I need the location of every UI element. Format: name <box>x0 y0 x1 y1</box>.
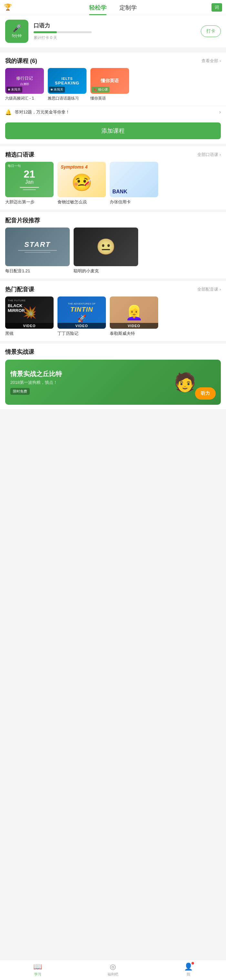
scene-banner-title: 情景实战之丘比特 <box>10 370 174 378</box>
bank-thumb: BANK <box>110 162 158 197</box>
progress-bar-fill <box>34 31 57 33</box>
add-course-section: 添加课程 <box>0 119 226 144</box>
promo-text: 答对12题，万元奖金等你拿！ <box>15 109 216 115</box>
checkin-button[interactable]: 打卡 <box>201 25 221 37</box>
scene-free-badge: 限时免费 <box>10 388 30 395</box>
header: 🏆 轻松学 定制学 词 <box>0 0 226 15</box>
tab-custom-learn[interactable]: 定制学 <box>119 4 137 15</box>
hot-dubbing-thumb-1: THE FUTURE BLACKMIRROR 💥 VIDEO <box>5 296 54 329</box>
course-status-1: 未闯关 <box>6 87 22 92</box>
hot-dubbing-name-3: 泰勒斯威夫特 <box>110 331 158 336</box>
dubbing-section: 配音片段推荐 START 每日配音1.21 <box>0 212 226 278</box>
hot-dubbing-name-1: 黑镜 <box>5 331 54 336</box>
speaking-course-thumb-2: Symptoms 4 🤒 <box>58 162 106 197</box>
dubbing-scroll: START 每日配音1.21 😐 聪明的小麦克 <box>5 228 221 278</box>
promo-icon: 🔔 <box>5 109 11 115</box>
speaking-courses-link[interactable]: 全部口语课 <box>197 152 221 158</box>
symptoms-thumb: Symptoms 4 🤒 <box>58 162 106 197</box>
dubbing-name-1: 每日配音1.21 <box>5 268 70 274</box>
dubbing-thumb-2: 😐 <box>74 228 138 266</box>
course-thumb-3: 懂你英语 🔖 核心课 <box>90 68 129 94</box>
hot-dubbing-header: 热门配音课 全部配音课 <box>5 286 221 296</box>
dubbing-item[interactable]: START 每日配音1.21 <box>5 228 70 274</box>
status-dot <box>51 89 53 91</box>
divider-4 <box>0 278 226 281</box>
my-courses-header: 我的课程 (6) 查看全部 <box>0 52 226 68</box>
scene-text-block: 情景实战之丘比特 2018第一波狗粮，慎点！ 限时免费 <box>10 370 174 395</box>
hot-dubbing-item[interactable]: THE FUTURE BLACKMIRROR 💥 VIDEO 黑镜 <box>5 296 54 336</box>
speaking-course-thumb-1: 每日一句 21 Jan <box>5 162 54 197</box>
dubbing-thumb-1: START <box>5 228 70 266</box>
scene-section-header: 情景实战课 <box>5 348 221 360</box>
divider-2 <box>0 144 226 146</box>
divider-5 <box>0 341 226 344</box>
checkin-text: 累计打卡 0 天 <box>34 35 196 41</box>
video-badge-2: VIDEO <box>58 323 106 329</box>
date-thumb: 每日一句 21 Jan <box>5 162 54 197</box>
course-status-2: 未闯关 <box>49 87 65 92</box>
hot-dubbing-link[interactable]: 全部配音课 <box>197 286 221 292</box>
course-name-2: 雅思口语话题练习 <box>48 96 87 101</box>
promo-arrow-icon: › <box>219 109 221 115</box>
course-thumb-2: IELTS SPEAKING 未闯关 <box>48 68 87 94</box>
divider-1 <box>0 50 226 52</box>
speaking-card: 🎤 5分钟 口语力 累计打卡 0 天 打卡 <box>0 15 226 48</box>
hot-dubbing-section: 热门配音课 全部配音课 THE FUTURE BLACKMIRROR 💥 VID… <box>0 281 226 341</box>
status-dot <box>8 89 10 91</box>
hot-dubbing-thumb-3: 👱‍♀️ VIDEO <box>110 296 158 329</box>
speaking-courses-header: 精选口语课 全部口语课 <box>5 151 221 162</box>
video-badge-3: VIDEO <box>110 323 158 329</box>
main-content: 🏆 轻松学 定制学 词 🎤 5分钟 口语力 累计打卡 0 天 打卡 <box>0 0 226 432</box>
header-tabs: 🏆 轻松学 定制学 词 <box>0 0 226 15</box>
scene-person-icon: 🧑 <box>174 372 196 393</box>
scene-banner[interactable]: 情景实战之丘比特 2018第一波狗粮，慎点！ 限时免费 🧑 听力 <box>5 360 221 405</box>
divider-3 <box>0 210 226 212</box>
dubbing-name-2: 聪明的小麦克 <box>74 268 138 274</box>
scene-section-title: 情景实战课 <box>5 348 34 356</box>
course-item[interactable]: 懂你英语 🔖 核心课 懂你英语 <box>90 68 129 101</box>
tab-easy-learn[interactable]: 轻松学 <box>89 4 107 15</box>
course-thumb-1: 修行日记白澳郎 未闯关 <box>5 68 44 94</box>
speaking-course-item[interactable]: BANK 办张信用卡 <box>110 162 158 205</box>
speaking-courses-scroll: 每日一句 21 Jan 大胆迈出第一步 Symptoms 4 🤒 <box>5 162 221 210</box>
timer-widget: 🎤 5分钟 <box>5 20 29 43</box>
speaking-course-thumb-3: BANK <box>110 162 158 197</box>
course-item[interactable]: 修行日记白澳郎 未闯关 六级高频词汇 - 1 <box>5 68 44 101</box>
my-courses-title: 我的课程 (6) <box>5 57 37 65</box>
hot-dubbing-title: 热门配音课 <box>5 286 34 293</box>
selected-speaking-title: 精选口语课 <box>5 151 34 159</box>
scene-banner-subtitle: 2018第一波狗粮，慎点！ <box>10 380 174 385</box>
speaking-info: 口语力 累计打卡 0 天 <box>34 22 196 41</box>
speaking-course-name-2: 食物过敏怎么说 <box>58 199 106 205</box>
hot-dubbing-item[interactable]: 👱‍♀️ VIDEO 泰勒斯威夫特 <box>110 296 158 336</box>
dubbing-header: 配音片段推荐 <box>5 216 221 228</box>
add-course-button[interactable]: 添加课程 <box>5 123 221 139</box>
course-name-3: 懂你英语 <box>90 96 129 101</box>
hot-dubbing-scroll: THE FUTURE BLACKMIRROR 💥 VIDEO 黑镜 THE AD… <box>5 296 221 341</box>
speaking-course-item[interactable]: Symptoms 4 🤒 食物过敏怎么说 <box>58 162 106 205</box>
course-name-1: 六级高频词汇 - 1 <box>5 96 44 101</box>
speaking-course-name-3: 办张信用卡 <box>110 199 158 205</box>
dark-face-thumb: 😐 <box>74 228 138 266</box>
speaking-course-item[interactable]: 每日一句 21 Jan 大胆迈出第一步 <box>5 162 54 205</box>
scene-section: 情景实战课 情景实战之丘比特 2018第一波狗粮，慎点！ 限时免费 🧑 听力 <box>0 344 226 409</box>
speaking-course-name-1: 大胆迈出第一步 <box>5 199 54 205</box>
course-status-3: 🔖 核心课 <box>92 87 109 92</box>
speaking-courses-section: 精选口语课 全部口语课 每日一句 21 Jan 大胆迈出第一步 <box>0 146 226 210</box>
progress-bar-bg <box>34 31 92 33</box>
hot-dubbing-name-2: 丁丁历险记 <box>58 331 106 336</box>
trophy-icon: 🏆 <box>4 3 12 11</box>
promo-banner[interactable]: 🔔 答对12题，万元奖金等你拿！ › <box>0 106 226 119</box>
speaking-title: 口语力 <box>34 22 196 29</box>
video-badge-1: VIDEO <box>5 323 54 329</box>
dubbing-title: 配音片段推荐 <box>5 216 40 224</box>
view-all-courses-link[interactable]: 查看全部 <box>202 58 221 64</box>
courses-scroll: 修行日记白澳郎 未闯关 六级高频词汇 - 1 IELTS SPEAKING 未闯… <box>0 68 226 106</box>
course-item[interactable]: IELTS SPEAKING 未闯关 雅思口语话题练习 <box>48 68 87 101</box>
hot-dubbing-thumb-2: THE ADVENTURES OF TINTIN 🚀 VIDEO <box>58 296 106 329</box>
listen-button[interactable]: 听力 <box>195 387 216 399</box>
dubbing-item[interactable]: 😐 聪明的小麦克 <box>74 228 138 274</box>
hot-dubbing-item[interactable]: THE ADVENTURES OF TINTIN 🚀 VIDEO 丁丁历险记 <box>58 296 106 336</box>
dict-button[interactable]: 词 <box>212 3 222 11</box>
start-thumb: START <box>5 228 70 266</box>
